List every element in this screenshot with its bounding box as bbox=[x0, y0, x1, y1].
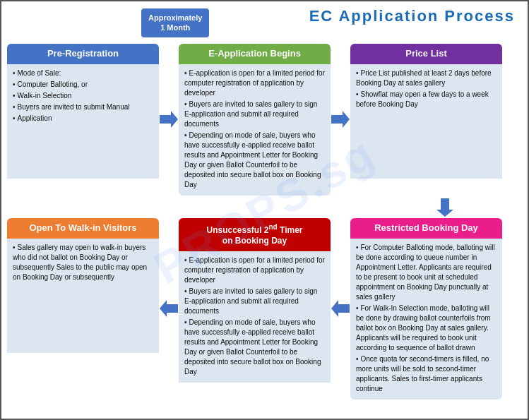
month-badge-line1: Approximately bbox=[148, 13, 202, 22]
box-restricted-booking-body: For Computer Balloting mode, balloting w… bbox=[350, 239, 502, 400]
box-e-application-body: E-application is open for a limited peri… bbox=[179, 64, 331, 196]
box-pre-registration-body: Mode of Sale: Computer Balloting, or Wal… bbox=[7, 64, 159, 179]
box-restricted-booking-header: Restricted Booking Day bbox=[350, 218, 502, 239]
list-item: Showflat may open a few days to a week b… bbox=[356, 90, 497, 109]
list-item: Price List published at least 2 days bef… bbox=[356, 68, 497, 88]
list-item: Mode of Sale: bbox=[13, 68, 153, 78]
box-pre-registration-header: Pre-Registration bbox=[7, 44, 159, 64]
page-title: EC Application Process bbox=[309, 7, 515, 25]
month-badge: Approximately 1 Month bbox=[141, 8, 209, 37]
list-item: Depending on mode of sale, buyers who ha… bbox=[184, 318, 325, 377]
list-item: Once quota for second-timers is filled, … bbox=[356, 354, 497, 394]
box-restricted-booking: Restricted Booking Day For Computer Ball… bbox=[350, 218, 502, 400]
list-item: Walk-in Selection bbox=[13, 91, 153, 101]
page-wrapper: Approximately 1 Month EC Application Pro… bbox=[0, 0, 529, 420]
box-e-application: E-Application Begins E-application is op… bbox=[179, 44, 331, 196]
arrow-restricted-to-unsuccessful bbox=[331, 218, 350, 400]
list-item: Computer Balloting, or bbox=[13, 80, 153, 90]
svg-marker-4 bbox=[331, 300, 350, 317]
box-open-walk-in: Open To Walk-in Visitors Sales gallery m… bbox=[7, 218, 159, 400]
list-item: E-application is open for a limited peri… bbox=[184, 68, 325, 98]
svg-marker-0 bbox=[160, 111, 178, 128]
list-item: E-application is open for a limited peri… bbox=[184, 256, 325, 285]
title-area: EC Application Process bbox=[7, 7, 522, 25]
box-price-list-body: Price List published at least 2 days bef… bbox=[350, 64, 502, 179]
down-arrow-right bbox=[7, 198, 522, 217]
flow-row-1: Pre-Registration Mode of Sale: Computer … bbox=[7, 44, 522, 196]
box-unsuccessful-body: E-application is open for a limited peri… bbox=[179, 251, 331, 383]
arrow-unsuccessful-to-walkin bbox=[159, 218, 179, 400]
box-unsuccessful-header: Unsuccessful 2nd Timeron Booking Day bbox=[179, 218, 331, 251]
list-item: For Walk-In Selection mode, balloting wi… bbox=[356, 304, 497, 353]
list-item: Buyers are invited to sales gallery to s… bbox=[184, 100, 325, 129]
box-unsuccessful: Unsuccessful 2nd Timeron Booking Day E-a… bbox=[179, 218, 331, 400]
month-badge-line2: 1 Month bbox=[160, 23, 190, 32]
list-item: Buyers are invited to submit Manual bbox=[13, 102, 153, 112]
box-open-walk-in-header: Open To Walk-in Visitors bbox=[7, 218, 159, 239]
box-e-application-header: E-Application Begins bbox=[179, 44, 331, 64]
box-price-list-header: Price List bbox=[350, 44, 502, 64]
svg-marker-1 bbox=[331, 111, 350, 128]
flow-row-2: Open To Walk-in Visitors Sales gallery m… bbox=[7, 218, 522, 400]
list-item: Buyers are invited to sales gallery to s… bbox=[184, 287, 325, 316]
svg-marker-2 bbox=[436, 198, 453, 217]
svg-marker-3 bbox=[160, 300, 178, 317]
list-item: Sales gallery may open to walk-in buyers… bbox=[13, 243, 153, 282]
list-item: Application bbox=[13, 114, 153, 124]
box-pre-registration: Pre-Registration Mode of Sale: Computer … bbox=[7, 44, 159, 196]
box-open-walk-in-body: Sales gallery may open to walk-in buyers… bbox=[7, 239, 159, 353]
list-item: For Computer Balloting mode, balloting w… bbox=[356, 243, 497, 302]
list-item: Depending on mode of sale, buyers who ha… bbox=[184, 131, 325, 190]
box-price-list: Price List Price List published at least… bbox=[350, 44, 502, 196]
arrow-pre-to-eapp bbox=[159, 44, 179, 196]
arrow-eapp-to-price bbox=[331, 44, 350, 196]
